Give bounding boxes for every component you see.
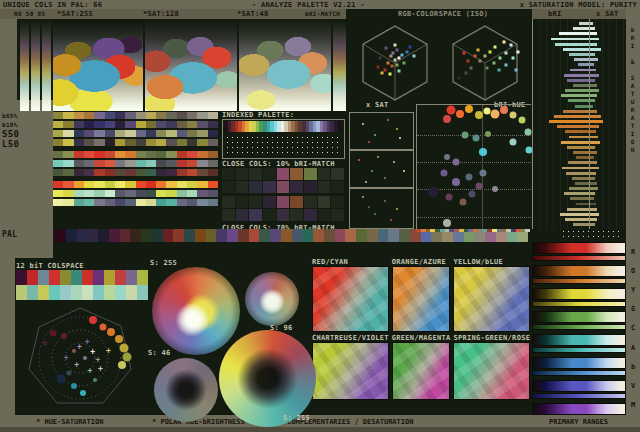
close-color-swatch bbox=[263, 168, 276, 180]
range-strip-main bbox=[532, 265, 626, 277]
color-cell bbox=[187, 160, 197, 167]
range-letter-M: M bbox=[626, 396, 640, 415]
sat-bar bbox=[590, 58, 598, 61]
color-cell bbox=[146, 151, 156, 158]
color-cell bbox=[136, 169, 146, 176]
polar-s46-label: S: 46 bbox=[148, 349, 171, 357]
sat-panel-header: x SAT bbox=[366, 101, 389, 109]
color-cell bbox=[187, 139, 197, 146]
color-cell bbox=[156, 130, 166, 137]
comp-gradient-pane bbox=[312, 342, 389, 400]
primary-range-row-A bbox=[532, 357, 626, 380]
color-cell bbox=[120, 229, 131, 242]
plus-marker: + bbox=[74, 360, 79, 368]
color-cell bbox=[63, 130, 73, 137]
scatter-dot bbox=[100, 323, 107, 330]
color-cell bbox=[71, 285, 82, 300]
polar-circle-s96 bbox=[245, 272, 299, 326]
sat-bar bbox=[590, 27, 595, 30]
palette-strip-row8 bbox=[53, 181, 218, 188]
blob-field-sat-128 bbox=[145, 19, 237, 111]
scatter-dot bbox=[384, 200, 386, 202]
sat-bar bbox=[590, 208, 597, 211]
close-color-swatch bbox=[277, 209, 290, 221]
bri-bar bbox=[579, 22, 589, 25]
sat-bar bbox=[590, 130, 596, 133]
color-cell bbox=[187, 199, 197, 206]
scatter-dot bbox=[514, 68, 517, 71]
scatter-dot bbox=[371, 170, 373, 172]
sat-bar bbox=[590, 218, 596, 221]
color-cell bbox=[399, 229, 410, 242]
palette-strip-row7 bbox=[53, 169, 218, 176]
color-cell bbox=[197, 160, 207, 167]
polar-circle-s255-bottom bbox=[219, 330, 316, 427]
scatter-dot bbox=[72, 349, 76, 353]
color-cell bbox=[177, 130, 187, 137]
bri-bar bbox=[565, 89, 589, 92]
scatter-dot bbox=[463, 52, 466, 55]
mini-gradient-strip-3 bbox=[42, 19, 51, 111]
sat-bar bbox=[590, 84, 597, 87]
color-cell bbox=[94, 169, 104, 176]
comp-label: SPRING-GREEN/ROSE bbox=[453, 334, 530, 342]
pal-label: PAL bbox=[2, 230, 17, 239]
close-color-swatch bbox=[236, 181, 249, 193]
scatter-dot bbox=[120, 343, 129, 352]
bri-bar bbox=[568, 161, 589, 164]
color-cell bbox=[84, 169, 94, 176]
color-cell bbox=[105, 169, 115, 176]
close-color-swatch bbox=[263, 181, 276, 193]
sat-column-header: x SAT bbox=[596, 10, 619, 18]
color-cell bbox=[115, 130, 125, 137]
range-letter-C: C bbox=[626, 319, 640, 338]
color-cell bbox=[146, 160, 156, 167]
range-strip-main bbox=[532, 357, 626, 369]
scatter-dot bbox=[61, 333, 67, 339]
color-cell bbox=[94, 160, 104, 167]
color-cell bbox=[177, 151, 187, 158]
color-cell bbox=[125, 130, 135, 137]
close-cols-10-grid bbox=[222, 168, 344, 193]
scatter-dot bbox=[480, 170, 487, 177]
scatter-dot bbox=[49, 330, 56, 337]
bri-bar bbox=[569, 53, 589, 56]
color-cell bbox=[74, 199, 84, 206]
close-cols-70-grid bbox=[222, 196, 344, 221]
color-cell bbox=[208, 151, 218, 158]
scatter-dot bbox=[441, 170, 448, 177]
scatter-dot bbox=[465, 105, 473, 113]
bri-bar bbox=[566, 172, 589, 175]
palette-strip-b10 bbox=[53, 121, 218, 128]
scatter-dot bbox=[115, 335, 123, 343]
scatter-dot bbox=[56, 375, 65, 384]
color-cell bbox=[115, 190, 125, 197]
scatter-dot bbox=[392, 52, 395, 55]
color-cell bbox=[63, 151, 73, 158]
comp-label: ORANGE/AZURE bbox=[392, 258, 451, 266]
range-strip-main bbox=[532, 242, 626, 254]
range-letter-O: O bbox=[626, 262, 640, 281]
scatter-dot bbox=[400, 53, 403, 56]
color-cell bbox=[93, 285, 104, 300]
bri-bar bbox=[551, 38, 589, 41]
range-strip-sub bbox=[532, 370, 626, 376]
color-cell bbox=[74, 169, 84, 176]
bri-bar bbox=[569, 136, 589, 139]
scatter-dot bbox=[66, 370, 71, 375]
color-cell bbox=[16, 285, 27, 300]
color-cell bbox=[173, 229, 184, 242]
scatter-dot bbox=[368, 206, 370, 208]
scatter-dot bbox=[461, 131, 468, 138]
sat-bar bbox=[590, 94, 596, 97]
color-cell bbox=[94, 130, 104, 137]
indexed-palette-title: INDEXED PALETTE: bbox=[222, 111, 294, 119]
scatter-dot bbox=[391, 65, 394, 68]
color-cell bbox=[208, 130, 218, 137]
color-cell bbox=[105, 181, 115, 188]
color-cell bbox=[115, 160, 125, 167]
scatter-dot bbox=[500, 106, 508, 114]
colspace-row-1 bbox=[16, 270, 148, 285]
bri-bar bbox=[576, 203, 589, 206]
bri-bar bbox=[555, 43, 589, 46]
